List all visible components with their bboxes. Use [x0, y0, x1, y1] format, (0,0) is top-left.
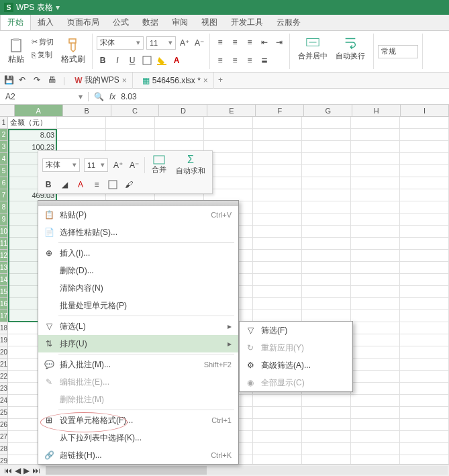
dropdown-icon[interactable]: ▾	[56, 3, 60, 12]
cell[interactable]	[400, 286, 449, 298]
cell[interactable]	[351, 165, 400, 177]
cell[interactable]	[400, 322, 449, 334]
cell[interactable]	[351, 419, 400, 431]
col-header-B[interactable]: B	[63, 105, 111, 116]
cell[interactable]	[400, 213, 449, 226]
cell[interactable]	[400, 407, 449, 419]
cell[interactable]	[400, 129, 449, 141]
auto-wrap-button[interactable]: 自动换行	[332, 34, 369, 69]
mini-fill-color[interactable]: ◢	[58, 179, 70, 191]
cell[interactable]	[400, 274, 449, 286]
cell[interactable]	[400, 165, 449, 177]
col-header-C[interactable]: C	[111, 105, 160, 116]
cell[interactable]	[400, 238, 449, 250]
mini-decrease-font[interactable]: A⁻	[128, 159, 140, 171]
scroll-track[interactable]	[46, 466, 448, 475]
ctx-paste-special[interactable]: 📄 选择性粘贴(S)...	[38, 224, 238, 241]
tab-view[interactable]: 视图	[195, 15, 224, 30]
align-middle-button[interactable]: ≡	[229, 36, 241, 48]
file-tab-mywps[interactable]: W 我的WPS ×	[69, 73, 133, 89]
cell[interactable]	[302, 213, 351, 226]
cell[interactable]: 金额（元）	[8, 117, 57, 129]
cell[interactable]	[351, 346, 400, 359]
ctx-insert[interactable]: ⊕ 插入(I)...	[38, 244, 238, 262]
mini-font-size[interactable]: 11▾	[84, 158, 108, 172]
cell[interactable]	[253, 419, 302, 431]
cell[interactable]	[400, 310, 449, 322]
italic-button[interactable]: I	[111, 54, 123, 66]
tab-review[interactable]: 审阅	[165, 15, 195, 30]
cell[interactable]	[204, 129, 253, 141]
cell[interactable]	[351, 262, 400, 274]
cell[interactable]	[351, 226, 400, 238]
cell[interactable]	[302, 395, 351, 407]
row-header[interactable]: 17	[0, 310, 7, 322]
ctx-delete[interactable]: 删除(D)...	[38, 262, 238, 279]
align-left-button[interactable]: ≡	[214, 54, 226, 66]
cell[interactable]	[351, 359, 400, 371]
align-center-button[interactable]: ≡	[229, 54, 241, 66]
paste-button[interactable]: 粘贴	[5, 36, 27, 66]
mini-font-name[interactable]: 宋体▾	[42, 158, 80, 172]
cell[interactable]	[351, 443, 400, 455]
merge-center-button[interactable]: 合并居中	[294, 34, 332, 69]
indent-left-button[interactable]: ⇤	[258, 36, 270, 48]
align-top-button[interactable]: ≡	[214, 36, 226, 48]
cell[interactable]	[351, 371, 400, 383]
sheet-nav-last-icon[interactable]: ⏭	[32, 466, 40, 475]
cell[interactable]	[253, 443, 302, 455]
cell[interactable]	[400, 383, 449, 395]
cell[interactable]	[302, 419, 351, 431]
cell[interactable]	[400, 189, 449, 201]
file-tab-1[interactable]: ▦ 546456.xlsx * ×	[137, 73, 214, 89]
cell[interactable]	[302, 226, 351, 238]
cell[interactable]	[351, 177, 400, 189]
cell[interactable]	[253, 286, 302, 298]
cell[interactable]	[253, 407, 302, 419]
col-header-G[interactable]: G	[304, 105, 352, 116]
cell[interactable]	[351, 141, 400, 153]
cell[interactable]	[400, 141, 449, 153]
cell[interactable]	[351, 213, 400, 226]
sheet-nav-next-icon[interactable]: ▶	[23, 466, 30, 475]
row-header[interactable]: 16	[0, 298, 7, 310]
cell[interactable]	[400, 262, 449, 274]
cell[interactable]	[400, 177, 449, 189]
cell[interactable]	[400, 431, 449, 443]
row-header[interactable]: 8	[0, 201, 7, 213]
cell[interactable]	[400, 419, 449, 431]
print-icon[interactable]: 🖶	[48, 75, 59, 86]
cell[interactable]: 8.03	[8, 129, 57, 141]
fx-icon[interactable]: fx	[109, 92, 115, 101]
tab-dev[interactable]: 开发工具	[224, 15, 270, 30]
cell[interactable]	[155, 129, 204, 141]
cell[interactable]	[57, 117, 106, 129]
cell[interactable]	[351, 383, 400, 395]
select-all-corner[interactable]	[0, 105, 15, 116]
fx-search-icon[interactable]: 🔍	[94, 92, 104, 101]
ctx-paste[interactable]: 📋 粘贴(P) Ctrl+V	[38, 206, 238, 224]
cell[interactable]	[400, 201, 449, 213]
row-header[interactable]: 23	[0, 383, 7, 395]
row-header[interactable]: 21	[0, 359, 7, 371]
font-name-selector[interactable]: 宋体▾	[97, 36, 144, 50]
sheet-nav-first-icon[interactable]: ⏮	[4, 466, 12, 475]
row-header[interactable]: 18	[0, 322, 7, 334]
cell[interactable]	[400, 250, 449, 262]
fill-color-button[interactable]	[156, 54, 168, 66]
ctx-batch[interactable]: 批量处理单元格(P)	[38, 297, 238, 314]
cell[interactable]	[253, 431, 302, 443]
row-header[interactable]: 13	[0, 262, 7, 274]
row-header[interactable]: 5	[0, 165, 7, 177]
name-box[interactable]: A2 ▾	[0, 92, 89, 101]
row-header[interactable]: 3	[0, 141, 7, 153]
mini-bold[interactable]: B	[42, 179, 54, 191]
row-header[interactable]: 4	[0, 153, 7, 165]
cell[interactable]	[302, 117, 351, 129]
cell[interactable]	[400, 334, 449, 346]
underline-button[interactable]: U	[126, 54, 138, 66]
cell[interactable]	[351, 117, 400, 129]
cell[interactable]	[400, 443, 449, 455]
cell[interactable]	[253, 250, 302, 262]
format-painter-button[interactable]: 格式刷	[58, 36, 88, 66]
